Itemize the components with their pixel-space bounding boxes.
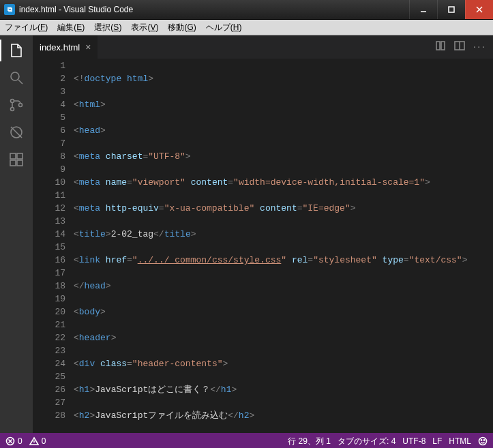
svg-rect-14 (17, 160, 23, 166)
tab-actions: ··· (435, 35, 493, 59)
code-text[interactable]: <!doctype html> <html> <head> <meta char… (74, 59, 493, 433)
status-cursor-position[interactable]: 行 29、列 1 (288, 436, 331, 447)
svg-point-26 (483, 440, 484, 440)
search-icon[interactable] (7, 68, 26, 87)
tab-close-icon[interactable]: × (85, 42, 91, 52)
svg-point-7 (11, 108, 14, 111)
menu-select[interactable]: 選択(S) (89, 20, 126, 35)
tab-index-html[interactable]: index.html × (33, 35, 98, 59)
svg-rect-16 (441, 42, 445, 50)
svg-point-6 (11, 100, 14, 103)
editor-area: index.html × ··· 12345678910111213141516… (33, 35, 493, 433)
svg-point-24 (479, 438, 487, 445)
menu-help[interactable]: ヘルプ(H) (201, 20, 247, 35)
debug-icon[interactable] (7, 123, 26, 142)
extensions-icon[interactable] (7, 150, 26, 169)
menu-bar: ファイル(F) 編集(E) 選択(S) 表示(V) 移動(G) ヘルプ(H) (0, 20, 493, 35)
close-button[interactable] (465, 0, 493, 19)
line-numbers: 1234567891011121314151617181920212223242… (33, 59, 74, 433)
explorer-icon[interactable] (7, 41, 26, 60)
activity-bar (0, 35, 33, 433)
svg-point-4 (11, 72, 19, 80)
status-indentation[interactable]: タブのサイズ: 4 (338, 436, 395, 447)
status-errors[interactable]: 0 (5, 436, 23, 446)
menu-file[interactable]: ファイル(F) (0, 20, 53, 35)
compare-icon[interactable] (435, 40, 446, 54)
menu-edit[interactable]: 編集(E) (53, 20, 89, 35)
svg-rect-11 (10, 153, 16, 159)
minimize-button[interactable] (409, 0, 437, 19)
source-control-icon[interactable] (7, 95, 26, 115)
menu-view[interactable]: 表示(V) (126, 20, 163, 35)
editor-tabs: index.html × ··· (33, 35, 493, 59)
window-title: index.html - Visual Studio Code (19, 5, 133, 14)
svg-point-25 (481, 440, 481, 440)
svg-rect-15 (436, 42, 440, 50)
window-buttons (409, 0, 493, 19)
split-editor-icon[interactable] (454, 40, 465, 54)
tab-label: index.html (40, 42, 80, 53)
status-bar: 0 0 行 29、列 1 タブのサイズ: 4 UTF-8 LF HTML (0, 433, 493, 448)
svg-line-5 (18, 80, 23, 84)
svg-rect-1 (449, 7, 454, 12)
feedback-icon[interactable] (478, 436, 488, 446)
more-actions-icon[interactable]: ··· (473, 41, 486, 53)
status-encoding[interactable]: UTF-8 (402, 436, 425, 446)
status-warnings[interactable]: 0 (29, 436, 46, 446)
status-eol[interactable]: LF (432, 436, 442, 446)
status-language[interactable]: HTML (449, 436, 471, 446)
menu-go[interactable]: 移動(G) (163, 20, 200, 35)
svg-rect-12 (17, 153, 23, 159)
svg-point-8 (19, 104, 23, 107)
maximize-button[interactable] (437, 0, 465, 19)
vscode-icon: ⧉ (4, 4, 15, 15)
svg-rect-13 (10, 160, 16, 166)
window-titlebar: ⧉ index.html - Visual Studio Code (0, 0, 493, 20)
code-editor[interactable]: 1234567891011121314151617181920212223242… (33, 59, 493, 433)
